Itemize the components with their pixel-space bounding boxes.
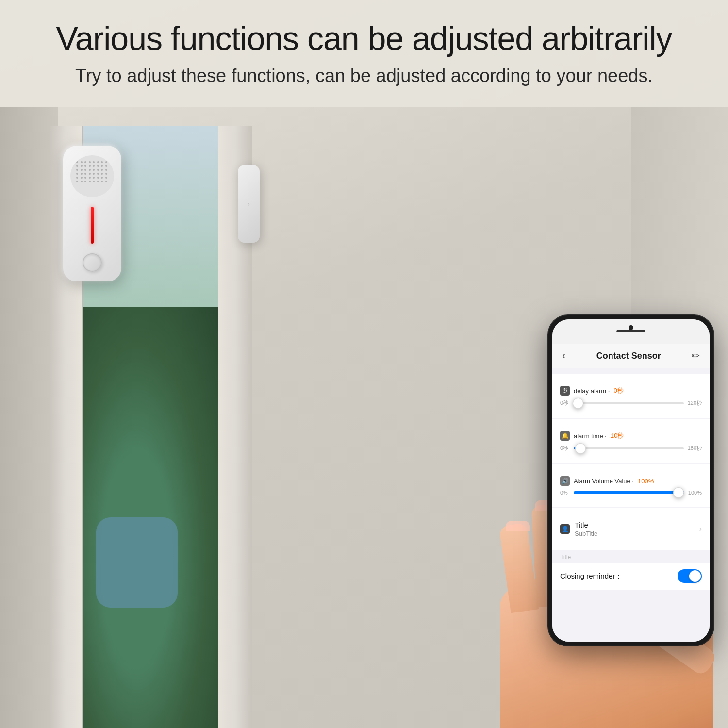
speaker-dot xyxy=(89,173,91,175)
app-content: ⏱ delay alarm · 0秒 0秒 xyxy=(552,368,710,642)
background-scene: › xyxy=(0,107,728,728)
delay-alarm-max: 120秒 xyxy=(688,399,702,407)
speaker-dot xyxy=(84,165,86,167)
speaker-dot xyxy=(97,169,99,171)
speaker-dot xyxy=(101,177,103,179)
speaker-dot xyxy=(97,181,99,182)
edit-button[interactable]: ✏ xyxy=(692,350,700,362)
speaker-dot xyxy=(76,181,78,182)
phone-status-bar xyxy=(552,319,710,344)
delay-alarm-slider-container: 0秒 120秒 xyxy=(560,399,702,407)
bell-icon: 🔔 xyxy=(560,431,570,441)
delay-alarm-text: delay alarm · xyxy=(574,387,610,395)
alarm-time-min: 0秒 xyxy=(560,445,570,452)
phone-screen: ‹ Contact Sensor ✏ ⏱ dela xyxy=(552,319,710,642)
garden-pool xyxy=(96,517,178,608)
toggle-label: Closing reminder： xyxy=(560,572,622,581)
speaker-dot xyxy=(97,161,99,163)
gray-label: Title xyxy=(552,550,710,563)
alarm-volume-slider-container: 0% 100% xyxy=(560,490,702,496)
device-red-indicator xyxy=(91,207,94,244)
title-section: 👤 Title SubTitle › xyxy=(552,508,710,550)
delay-alarm-section: ⏱ delay alarm · 0秒 0秒 xyxy=(552,374,710,418)
speaker-dot xyxy=(105,181,107,182)
alarm-volume-max: 100% xyxy=(688,490,702,496)
alarm-time-text: alarm time · xyxy=(574,432,607,440)
alarm-time-section: 🔔 alarm time · 10秒 0秒 xyxy=(552,419,710,463)
speaker-dot xyxy=(84,177,86,179)
delay-alarm-thumb[interactable] xyxy=(573,398,583,409)
speaker-dot xyxy=(84,169,86,171)
phone-camera-icon xyxy=(629,325,633,330)
title-row[interactable]: 👤 Title SubTitle › xyxy=(560,515,702,543)
title-text-block: Title SubTitle xyxy=(575,521,597,537)
speaker-dot xyxy=(93,181,95,182)
speaker-dot xyxy=(81,169,83,171)
speaker-dot xyxy=(81,165,83,167)
speaker-dot xyxy=(76,173,78,175)
speaker-dot xyxy=(105,161,107,163)
sub-title: Try to adjust these functions, can be ad… xyxy=(75,66,653,86)
page-wrapper: Various functions can be adjusted arbitr… xyxy=(0,0,728,728)
phone: ‹ Contact Sensor ✏ ⏱ dela xyxy=(548,315,713,645)
speaker-dot xyxy=(93,177,95,179)
delay-alarm-min: 0秒 xyxy=(560,399,570,407)
speaker-grille xyxy=(70,155,114,197)
alarm-volume-min: 0% xyxy=(560,490,570,496)
alarm-volume-value: 100% xyxy=(638,478,654,485)
speaker-dot xyxy=(84,173,86,175)
alarm-volume-section: 🔊 Alarm Volume Value · 100% 0% xyxy=(552,464,710,507)
title-main: Title xyxy=(575,521,597,529)
speaker-dot xyxy=(76,169,78,171)
back-button[interactable]: ‹ xyxy=(562,349,565,362)
speaker-dot xyxy=(105,165,107,167)
main-title: Various functions can be adjusted arbitr… xyxy=(56,20,672,57)
speaker-dot xyxy=(101,161,103,163)
speaker-dot xyxy=(89,165,91,167)
alarm-volume-thumb[interactable] xyxy=(673,487,684,498)
alarm-volume-track[interactable] xyxy=(574,491,684,494)
alarm-time-row: 🔔 alarm time · 10秒 0秒 xyxy=(560,426,702,457)
delay-alarm-track[interactable] xyxy=(574,402,684,404)
speaker-dot xyxy=(105,169,107,171)
clock-icon: ⏱ xyxy=(560,386,570,396)
speaker-dot xyxy=(81,181,83,182)
finger-nail-1 xyxy=(506,521,530,531)
person-icon: 👤 xyxy=(560,524,570,534)
speaker-dot xyxy=(93,173,95,175)
door-sensor-arrow-icon: › xyxy=(248,200,250,208)
speaker-dot xyxy=(89,169,91,171)
phone-inner: ‹ Contact Sensor ✏ ⏱ dela xyxy=(552,319,710,642)
alarm-time-label: 🔔 alarm time · 10秒 xyxy=(560,431,702,441)
alarm-time-track[interactable] xyxy=(574,447,684,449)
speaker-dot xyxy=(105,173,107,175)
speaker-dot xyxy=(84,161,86,163)
volume-icon: 🔊 xyxy=(560,476,570,486)
speaker-dot xyxy=(93,165,95,167)
title-sub: SubTitle xyxy=(575,530,597,537)
speaker-dot xyxy=(89,161,91,163)
alarm-time-max: 180秒 xyxy=(688,445,702,452)
speaker-dot xyxy=(76,165,78,167)
delay-alarm-value: 0秒 xyxy=(613,386,623,395)
door-sensor: › xyxy=(238,165,260,243)
closing-reminder-toggle[interactable] xyxy=(678,569,702,583)
speaker-dot xyxy=(76,177,78,179)
title-row-left: 👤 Title SubTitle xyxy=(560,521,597,537)
alarm-volume-text: Alarm Volume Value · xyxy=(574,478,634,485)
speaker-dot xyxy=(81,177,83,179)
delay-alarm-label: ⏱ delay alarm · 0秒 xyxy=(560,386,702,396)
app-title: Contact Sensor xyxy=(565,351,692,361)
alarm-device xyxy=(63,146,121,281)
chevron-right-icon: › xyxy=(699,525,702,533)
phone-speaker-icon xyxy=(616,330,645,332)
app-header: ‹ Contact Sensor ✏ xyxy=(552,344,710,368)
speaker-dot xyxy=(97,177,99,179)
speaker-dot xyxy=(76,161,78,163)
speaker-dot xyxy=(81,161,83,163)
speaker-dot xyxy=(81,173,83,175)
speaker-dot xyxy=(97,165,99,167)
alarm-time-thumb[interactable] xyxy=(575,443,586,454)
speaker-dot xyxy=(89,177,91,179)
speaker-dot xyxy=(93,169,95,171)
